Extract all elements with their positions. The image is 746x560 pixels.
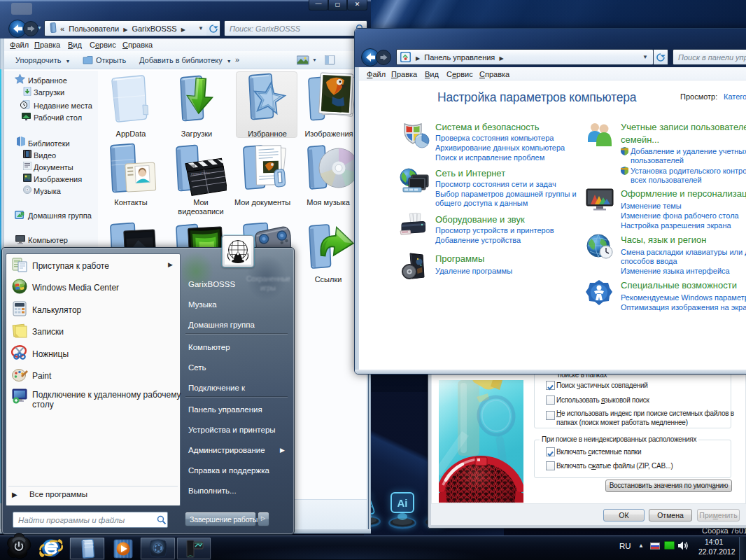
svg-text:Ai: Ai xyxy=(397,497,408,509)
